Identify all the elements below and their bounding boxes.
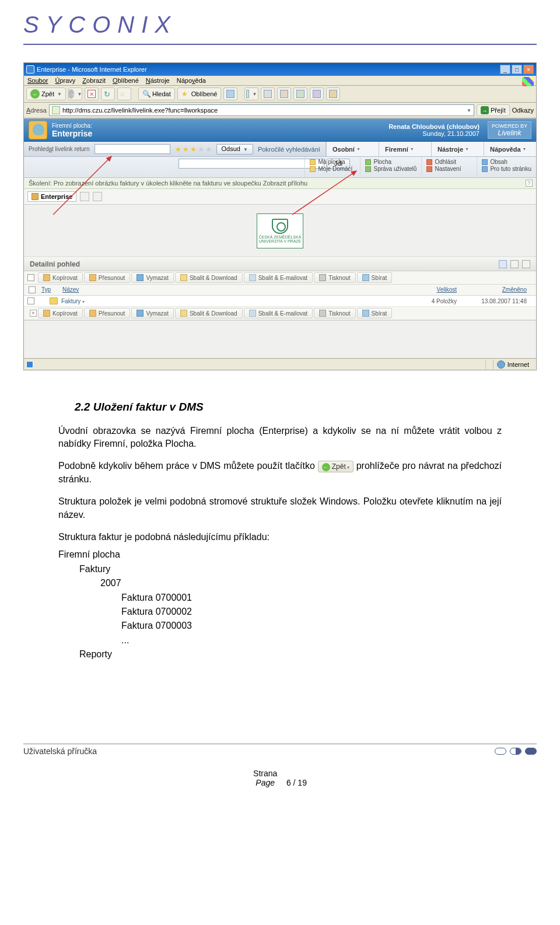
nav-tools[interactable]: Nástroje▼ xyxy=(438,146,478,153)
paragraph-1: Úvodní obrazovka se nazývá Firemní ploch… xyxy=(58,425,502,451)
search-input[interactable] xyxy=(94,144,170,154)
user-name[interactable]: Renata Chloubová (chloubov) xyxy=(388,123,480,130)
expand-icon[interactable]: + xyxy=(30,310,37,317)
close-button[interactable]: × xyxy=(523,65,534,74)
menu-edit[interactable]: Úpravy xyxy=(55,77,75,84)
search-input-2[interactable] xyxy=(178,159,324,169)
row-name[interactable]: Faktury ▾ xyxy=(61,298,410,304)
section-heading: 2.2 Uložení faktur v DMS xyxy=(75,400,502,415)
page-number: 6 / 19 xyxy=(286,778,307,787)
tree-l2b: Reporty xyxy=(79,648,502,661)
ws-extra-1[interactable] xyxy=(80,192,89,201)
stop-button[interactable]: ✕ xyxy=(85,87,99,100)
tip-close-icon[interactable]: ? xyxy=(526,180,533,187)
search-row-2: Jdi Má plocha Moje Domácí Plocha Správa … xyxy=(24,157,536,178)
footer-pills xyxy=(495,748,537,755)
menu-tools[interactable]: Nástroje xyxy=(146,77,170,84)
copy-button[interactable]: Kopírovat xyxy=(38,272,83,283)
tree-l1: Firemní plocha xyxy=(58,548,502,561)
move-button[interactable]: Přesunout xyxy=(84,272,131,283)
view-icons-icon[interactable] xyxy=(510,260,519,268)
from-here-button[interactable]: Odsud ▼ xyxy=(216,144,253,155)
action-row-top: Kopírovat Přesunout Vymazat Sbalit & Dow… xyxy=(24,271,536,285)
mail-button[interactable]: Sbalit & E-mailovat xyxy=(244,272,313,283)
link-contents[interactable]: Obsah xyxy=(482,159,531,165)
col-type[interactable]: Typ xyxy=(41,286,62,293)
cube-icon xyxy=(32,193,38,200)
menu-help[interactable]: Nápověda xyxy=(177,77,206,84)
links-label[interactable]: Odkazy xyxy=(512,107,534,114)
go-button[interactable]: →Přejít xyxy=(477,104,510,116)
pill-empty-icon xyxy=(495,748,506,755)
favorites-button[interactable]: ★Oblíbené xyxy=(177,87,222,100)
tree-l4d: ... xyxy=(121,634,502,647)
home-button[interactable]: ⌂ xyxy=(117,87,131,100)
discuss-button[interactable] xyxy=(293,87,307,100)
col-changed[interactable]: Změněno xyxy=(457,286,527,293)
link-settings[interactable]: Nastavení xyxy=(426,166,472,172)
link-users[interactable]: Správa uživatelů xyxy=(365,166,416,172)
move-button-b[interactable]: Přesunout xyxy=(84,308,131,318)
pill-full-icon xyxy=(525,748,537,755)
browser-toolbar: ←Zpět▼ →▼ ✕ ↻ ⌂ 🔍Hledat ★Oblíbené ▼ xyxy=(24,86,536,103)
rating-stars[interactable]: ★★★★★ xyxy=(175,145,212,153)
menu-view[interactable]: Zobrazit xyxy=(82,77,106,84)
avatar-icon xyxy=(29,121,47,139)
msn-button[interactable] xyxy=(326,87,340,100)
history-button[interactable] xyxy=(223,87,237,100)
advanced-search-link[interactable]: Pokročilé vyhledávání xyxy=(258,146,320,153)
workspace-tab[interactable]: Enterprise xyxy=(27,191,76,202)
zip-button-b[interactable]: Sbalit & Download xyxy=(175,308,243,318)
footer-page: Strana Page 6 / 19 xyxy=(23,769,537,787)
detail-header: Detailní pohled xyxy=(24,257,536,271)
workspace-row: Enterprise xyxy=(24,189,536,205)
maximize-button[interactable]: □ xyxy=(512,65,522,74)
link-this-page[interactable]: Pro tuto stránku xyxy=(482,166,531,172)
header-divider xyxy=(23,44,537,45)
delete-button[interactable]: Vymazat xyxy=(131,272,174,283)
print-button[interactable] xyxy=(261,87,275,100)
tree-l3: 2007 xyxy=(100,577,502,590)
link-my-area[interactable]: Má plocha xyxy=(310,159,355,165)
view-small-icon[interactable] xyxy=(522,260,530,268)
link-logout[interactable]: Odhlásit xyxy=(426,159,472,165)
menu-fav[interactable]: Oblíbené xyxy=(113,77,139,84)
select-all-checkbox[interactable] xyxy=(27,274,34,281)
menu-file[interactable]: Soubor xyxy=(27,77,48,84)
back-button[interactable]: ←Zpět▼ xyxy=(26,87,66,100)
research-button[interactable] xyxy=(310,87,324,100)
edit-button[interactable] xyxy=(277,87,291,100)
print-button-b[interactable]: Tisknout xyxy=(314,308,355,318)
row-size: 4 Položky xyxy=(410,298,457,304)
address-bar: Adresa http://dms.czu.cz/livelink/liveli… xyxy=(24,103,536,118)
brand-logo: SYCONIX xyxy=(23,12,537,38)
col-size[interactable]: Velikost xyxy=(410,286,457,293)
zip-button[interactable]: Sbalit & Download xyxy=(175,272,243,283)
nav-personal[interactable]: Osobní▼ xyxy=(332,146,373,153)
forward-button[interactable]: →▼ xyxy=(68,87,82,100)
refresh-button[interactable]: ↻ xyxy=(101,87,115,100)
blank-area xyxy=(24,320,536,358)
row-checkbox[interactable] xyxy=(27,297,34,304)
nav-help[interactable]: Nápověda▼ xyxy=(490,146,530,153)
header-checkbox[interactable] xyxy=(29,286,36,293)
folder-icon xyxy=(50,297,58,304)
col-name[interactable]: Název xyxy=(62,286,410,293)
mail-button[interactable]: ▼ xyxy=(244,87,258,100)
page-icon xyxy=(52,106,60,114)
link-my-home[interactable]: Moje Domácí xyxy=(310,166,355,172)
collect-button-b[interactable]: Sbírat xyxy=(357,308,393,318)
search-button[interactable]: 🔍Hledat xyxy=(138,87,175,100)
copy-button-b[interactable]: Kopírovat xyxy=(38,308,83,318)
print-button[interactable]: Tisknout xyxy=(314,272,355,283)
mail-button-b[interactable]: Sbalit & E-mailovat xyxy=(244,308,313,318)
column-headers: Typ Název Velikost Změněno xyxy=(24,285,536,296)
address-input[interactable]: http://dms.czu.cz/livelink/livelink.exe?… xyxy=(49,104,474,116)
nav-company[interactable]: Firemní▼ xyxy=(385,146,425,153)
minimize-button[interactable]: _ xyxy=(500,65,510,74)
link-area[interactable]: Plocha xyxy=(365,159,416,165)
delete-button-b[interactable]: Vymazat xyxy=(131,308,174,318)
ws-extra-2[interactable] xyxy=(93,192,102,201)
collect-button[interactable]: Sbírat xyxy=(357,272,393,283)
view-detail-icon[interactable] xyxy=(499,260,507,268)
